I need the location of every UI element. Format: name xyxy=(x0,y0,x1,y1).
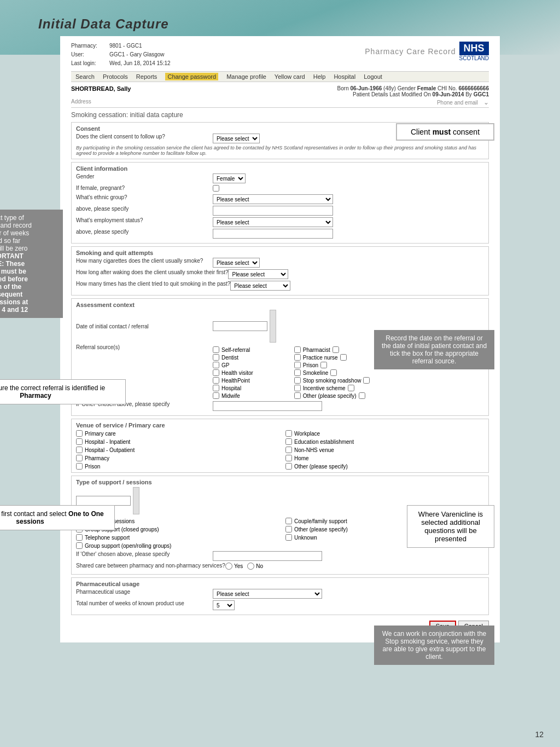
venue-non-nhs-cb[interactable] xyxy=(285,447,292,453)
support-other-specify-label: If 'Other' chosen above, please specify xyxy=(76,551,213,557)
referral-stop-roadshow-cb2[interactable] xyxy=(363,377,370,384)
nav-protocols[interactable]: Protocols xyxy=(103,73,128,80)
referral-hospital-cb[interactable] xyxy=(213,385,219,391)
support-other-cb[interactable] xyxy=(285,526,292,532)
form-title: Smoking cessation: initial data capture xyxy=(71,111,489,119)
varenicline-callout: Where Varenicline is selected additional… xyxy=(407,505,494,548)
referral-midwife-cb[interactable] xyxy=(213,392,219,399)
referral-stop-roadshow-cb[interactable] xyxy=(294,377,301,384)
pharmacy-info: Pharmacy:9801 - GGC1 User:GGC1 - Gary Gl… xyxy=(71,42,171,68)
cigarettes-label: How many cigarettes does the client usua… xyxy=(76,258,213,264)
referral-prison-cb2[interactable] xyxy=(320,362,327,368)
morning-select[interactable]: Please select xyxy=(228,269,288,279)
referral-other-cb[interactable] xyxy=(294,392,301,399)
venue-hospital-outpatient: Hospital - Outpatient xyxy=(76,447,275,453)
employment-select[interactable]: Please select xyxy=(213,217,333,227)
support-title: Type of support / sessions xyxy=(76,479,213,485)
support-unknown-cb[interactable] xyxy=(285,534,292,541)
smoking-section: Smoking and quit attempts How many cigar… xyxy=(71,246,489,296)
referral-self-cb[interactable] xyxy=(213,346,219,353)
venue-home-cb[interactable] xyxy=(285,455,292,461)
shared-care-yes-radio[interactable] xyxy=(225,563,232,570)
quit-select[interactable]: Please select xyxy=(230,281,290,291)
pharmacy-referral-callout: Please ensure the correct referral is id… xyxy=(0,379,126,404)
referral-dentist-cb[interactable] xyxy=(213,354,219,361)
referral-pharmacist-cb[interactable] xyxy=(294,346,301,353)
referral-pharmacist-cb2[interactable] xyxy=(332,346,339,353)
support-couple-cb[interactable] xyxy=(285,518,292,524)
ethnic-select[interactable]: Please select xyxy=(213,194,333,204)
pharmaceutical-section: Pharmaceutical usage Pharmaceutical usag… xyxy=(71,577,489,615)
venue-other-cb[interactable] xyxy=(285,463,292,470)
venue-education-cb[interactable] xyxy=(285,438,292,445)
consent-select[interactable]: Please select xyxy=(213,134,260,143)
venue-primary-care: Primary care xyxy=(76,430,275,437)
referral-incentive: Incentive scheme xyxy=(294,385,370,391)
support-telephone-cb[interactable] xyxy=(76,534,83,541)
venue-hospital-outpatient-cb[interactable] xyxy=(76,447,83,453)
pregnant-checkbox[interactable] xyxy=(213,185,219,192)
nav-change-password[interactable]: Change password xyxy=(165,73,218,80)
date-input[interactable] xyxy=(213,321,267,331)
nav-hospital[interactable]: Hospital xyxy=(334,73,355,80)
referral-smokeline-cb[interactable] xyxy=(294,369,301,376)
referral-stop-roadshow: Stop smoking roadshow xyxy=(294,377,370,384)
referral-smokeline-cb2[interactable] xyxy=(330,369,337,376)
consent-callout: Client must consent xyxy=(396,123,494,141)
weeks-select[interactable]: 5 xyxy=(213,600,235,610)
gender-select[interactable]: Female xyxy=(213,173,246,183)
support-date-input[interactable] xyxy=(76,496,131,506)
referral-dentist: Dentist xyxy=(213,354,289,361)
venue-workplace-cb[interactable] xyxy=(285,430,292,437)
nav-logout[interactable]: Logout xyxy=(364,73,382,80)
ethnic-specify-input[interactable] xyxy=(213,206,333,216)
ethnic-specify-label: above, please specify xyxy=(76,206,213,212)
referral-gp: GP xyxy=(213,362,289,368)
pharmaceutical-usage-label: Pharmaceutical usage xyxy=(76,589,213,595)
referral-gp-cb[interactable] xyxy=(213,362,219,368)
cigarettes-select[interactable]: Please select xyxy=(213,258,260,268)
venue-home: Home xyxy=(285,455,484,461)
weeks-label: Total number of weeks of known product u… xyxy=(76,600,213,606)
venue-education: Education establishment xyxy=(285,438,484,445)
pharmaceutical-usage-select[interactable]: Please select xyxy=(213,589,322,599)
venue-prison-cb[interactable] xyxy=(76,463,83,470)
nav-manage-profile[interactable]: Manage profile xyxy=(226,73,266,80)
referral-incentive-cb2[interactable] xyxy=(348,385,354,391)
consent-question: Does the client consent to follow up? xyxy=(76,134,213,140)
pcr-text: Pharmacy Care Record xyxy=(365,47,456,56)
venue-pharmacy-cb[interactable] xyxy=(76,455,83,461)
shared-care-no[interactable]: No xyxy=(247,563,263,570)
nav-help[interactable]: Help xyxy=(313,73,326,80)
phone-placeholder: Phone and email xyxy=(437,100,478,106)
referral-date-callout: Record the date on the referral or the d… xyxy=(374,330,494,369)
venue-other: Other (please specify) xyxy=(285,463,484,470)
referral-other-cb2[interactable] xyxy=(359,392,365,399)
shared-care-no-radio[interactable] xyxy=(247,563,254,570)
support-telephone: Telephone support xyxy=(76,534,275,541)
referral-practice-nurse-cb2[interactable] xyxy=(340,354,347,361)
referral-other-specify-input[interactable] xyxy=(213,401,322,411)
patient-name: SHORTBREAD, Sally xyxy=(71,85,131,92)
support-other-specify-input[interactable] xyxy=(213,551,322,561)
consent-note: By participating in the smoking cessatio… xyxy=(76,145,484,156)
referral-pharmacist: Pharmacist xyxy=(294,346,370,353)
employment-specify-input[interactable] xyxy=(213,229,333,239)
venue-pharmacy: Pharmacy xyxy=(76,455,275,461)
nav-yellow-card[interactable]: Yellow card xyxy=(275,73,305,80)
venue-hospital-inpatient-cb[interactable] xyxy=(76,438,83,445)
referral-health-visitor-cb[interactable] xyxy=(213,369,219,376)
support-group-open-cb[interactable] xyxy=(76,542,83,549)
venue-primary-care-cb[interactable] xyxy=(76,430,83,437)
shared-care-yes[interactable]: Yes xyxy=(225,563,243,570)
nav-search[interactable]: Search xyxy=(75,73,95,80)
referral-healthpoint-cb[interactable] xyxy=(213,377,219,384)
referral-prison-cb[interactable] xyxy=(294,362,301,368)
quit-label: How many times has the client tried to q… xyxy=(76,281,230,287)
referral-incentive-cb[interactable] xyxy=(294,385,301,391)
referral-practice-nurse-cb[interactable] xyxy=(294,354,301,361)
dropdown-arrow[interactable]: ⌄ xyxy=(483,99,489,106)
referral-prison: Prison xyxy=(294,362,370,368)
venue-prison: Prison xyxy=(76,463,275,470)
nav-reports[interactable]: Reports xyxy=(136,73,158,80)
